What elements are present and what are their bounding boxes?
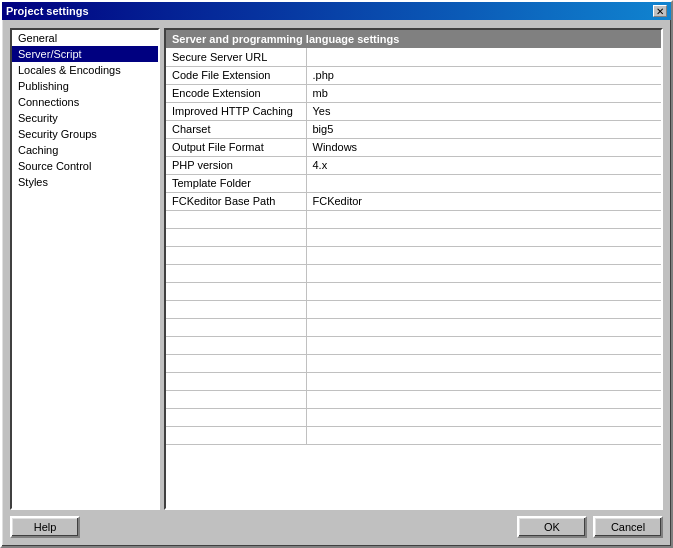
table-row — [166, 336, 661, 354]
main-area: GeneralServer/ScriptLocales & EncodingsP… — [10, 28, 663, 510]
setting-key: PHP version — [166, 156, 306, 174]
table-row — [166, 228, 661, 246]
table-row: Secure Server URL — [166, 48, 661, 66]
table-row — [166, 210, 661, 228]
setting-key: Secure Server URL — [166, 48, 306, 66]
sidebar-item-locales-encodings[interactable]: Locales & Encodings — [12, 62, 158, 78]
setting-key — [166, 318, 306, 336]
project-settings-window: Project settings ✕ GeneralServer/ScriptL… — [0, 0, 673, 548]
sidebar-item-security[interactable]: Security — [12, 110, 158, 126]
setting-key: Charset — [166, 120, 306, 138]
setting-value: big5 — [306, 120, 661, 138]
setting-value: .php — [306, 66, 661, 84]
table-row — [166, 408, 661, 426]
sidebar-item-styles[interactable]: Styles — [12, 174, 158, 190]
sidebar-item-publishing[interactable]: Publishing — [12, 78, 158, 94]
setting-key: FCKeditor Base Path — [166, 192, 306, 210]
setting-key — [166, 372, 306, 390]
setting-key — [166, 426, 306, 444]
window-title: Project settings — [6, 5, 89, 17]
setting-value — [306, 246, 661, 264]
table-row — [166, 282, 661, 300]
setting-value: FCKeditor — [306, 192, 661, 210]
table-row: Output File FormatWindows — [166, 138, 661, 156]
setting-key: Output File Format — [166, 138, 306, 156]
setting-value: Yes — [306, 102, 661, 120]
sidebar-item-security-groups[interactable]: Security Groups — [12, 126, 158, 142]
cancel-button[interactable]: Cancel — [593, 516, 663, 538]
table-row — [166, 372, 661, 390]
table-row: Charsetbig5 — [166, 120, 661, 138]
content-panel: Server and programming language settings… — [164, 28, 663, 510]
setting-value — [306, 426, 661, 444]
setting-value — [306, 210, 661, 228]
setting-key: Template Folder — [166, 174, 306, 192]
setting-value: Windows — [306, 138, 661, 156]
setting-value — [306, 48, 661, 66]
setting-key — [166, 390, 306, 408]
table-row — [166, 390, 661, 408]
setting-value — [306, 336, 661, 354]
table-row — [166, 246, 661, 264]
setting-value — [306, 390, 661, 408]
setting-value — [306, 228, 661, 246]
table-row — [166, 354, 661, 372]
setting-key — [166, 264, 306, 282]
table-wrapper: Secure Server URLCode File Extension.php… — [166, 48, 661, 508]
setting-value — [306, 318, 661, 336]
setting-key: Improved HTTP Caching — [166, 102, 306, 120]
setting-key — [166, 228, 306, 246]
table-row — [166, 318, 661, 336]
settings-table: Secure Server URLCode File Extension.php… — [166, 48, 661, 445]
table-row — [166, 264, 661, 282]
setting-value — [306, 300, 661, 318]
setting-key — [166, 300, 306, 318]
setting-value: mb — [306, 84, 661, 102]
setting-key — [166, 246, 306, 264]
title-bar: Project settings ✕ — [2, 2, 671, 20]
setting-value — [306, 408, 661, 426]
bottom-bar: Help OK Cancel — [10, 510, 663, 538]
table-row — [166, 426, 661, 444]
setting-key — [166, 210, 306, 228]
setting-value — [306, 354, 661, 372]
content-header: Server and programming language settings — [166, 30, 661, 48]
setting-key — [166, 354, 306, 372]
setting-value — [306, 174, 661, 192]
sidebar-item-caching[interactable]: Caching — [12, 142, 158, 158]
sidebar: GeneralServer/ScriptLocales & EncodingsP… — [10, 28, 160, 510]
setting-key — [166, 408, 306, 426]
setting-value — [306, 372, 661, 390]
ok-button[interactable]: OK — [517, 516, 587, 538]
window-content: GeneralServer/ScriptLocales & EncodingsP… — [2, 20, 671, 546]
table-row: PHP version4.x — [166, 156, 661, 174]
sidebar-item-connections[interactable]: Connections — [12, 94, 158, 110]
sidebar-item-general[interactable]: General — [12, 30, 158, 46]
sidebar-item-server-script[interactable]: Server/Script — [12, 46, 158, 62]
setting-key — [166, 282, 306, 300]
sidebar-item-source-control[interactable]: Source Control — [12, 158, 158, 174]
setting-value — [306, 264, 661, 282]
table-row: FCKeditor Base PathFCKeditor — [166, 192, 661, 210]
table-row — [166, 300, 661, 318]
setting-key — [166, 336, 306, 354]
table-row: Improved HTTP CachingYes — [166, 102, 661, 120]
setting-value: 4.x — [306, 156, 661, 174]
setting-key: Code File Extension — [166, 66, 306, 84]
help-button[interactable]: Help — [10, 516, 80, 538]
setting-value — [306, 282, 661, 300]
table-row: Encode Extensionmb — [166, 84, 661, 102]
right-buttons: OK Cancel — [517, 516, 663, 538]
setting-key: Encode Extension — [166, 84, 306, 102]
close-button[interactable]: ✕ — [653, 5, 667, 17]
table-row: Template Folder — [166, 174, 661, 192]
table-row: Code File Extension.php — [166, 66, 661, 84]
